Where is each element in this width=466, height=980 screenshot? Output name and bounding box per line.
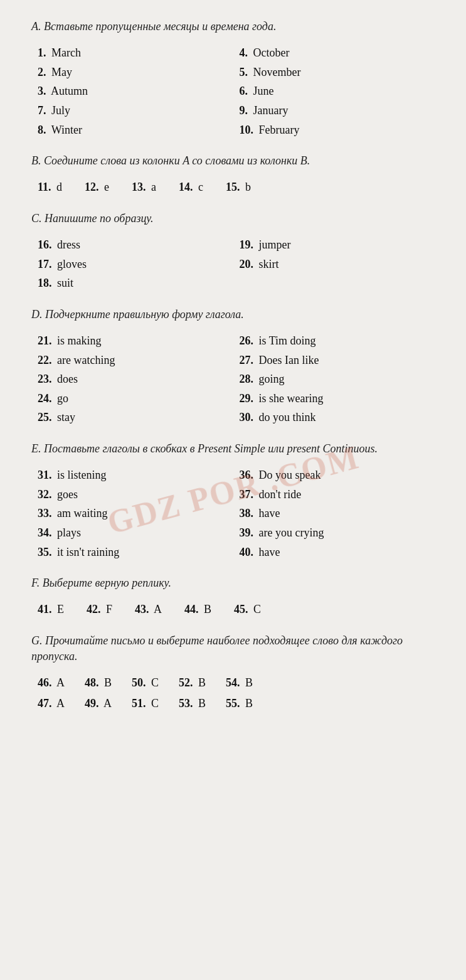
list-item: 27. Does Ian like [240,351,442,370]
section-f: F. Выберите верную реплику. 41. E 42. F … [31,575,441,619]
list-item: 22. are watching [38,351,240,370]
section-g-row2: 47. A 49. A 51. C 53. B 55. B [38,694,441,713]
list-item: 42. F [87,600,112,619]
list-item: 43. A [135,600,162,619]
section-g-row1: 46. A 48. B 50. C 52. B 54. B [38,673,441,693]
section-b-title: B. Соедините слова из колонки A со слова… [31,153,441,169]
list-item: 46. A [38,673,65,693]
list-item: 9. January [240,101,442,120]
list-item: 45. C [234,600,261,619]
list-item: 5. November [240,63,442,82]
section-e-right: 36. Do you speak 37. don't ride 38. have… [240,466,442,562]
list-item: 41. E [38,600,64,619]
section-a-right: 4. October 5. November 6. June 9. Januar… [240,43,442,139]
section-d-items: 21. is making 22. are watching 23. does … [31,331,441,427]
list-item: 35. it isn't raining [38,543,240,562]
list-item: 11. d [38,178,62,197]
list-item: 13. a [132,178,156,197]
list-item: 17. gloves [38,255,240,274]
section-c-title: C. Напишите по образцу. [31,211,441,226]
list-item: 29. is she wearing [240,389,442,408]
list-item: 7. July [38,101,240,120]
section-a: A. Вставьте пропущенные месяцы и времена… [31,19,441,139]
list-item: 12. e [85,178,109,197]
list-item: 10. February [240,120,442,140]
list-item: 20. skirt [240,255,442,274]
list-item: 40. have [240,543,442,562]
list-item: 18. suit [38,274,240,293]
section-b-items: 11. d 12. e 13. a 14. c 15. b [31,178,441,197]
list-item: 19. jumper [240,235,442,255]
list-item: 53. B [179,694,206,713]
list-item: 55. B [226,694,253,713]
list-item: 32. goes [38,485,240,504]
list-item: 50. C [132,673,159,693]
section-e-items: 31. is listening 32. goes 33. am waiting… [31,466,441,562]
section-d-left: 21. is making 22. are watching 23. does … [38,331,240,427]
list-item: 14. c [179,178,203,197]
section-e-title: E. Поставьте глаголы в скобках в Present… [31,441,441,457]
section-a-items: 1. March 2. May 3. Autumn 7. July 8. Win… [31,43,441,139]
list-item: 38. have [240,504,442,523]
list-item: 4. October [240,43,442,63]
list-item: 34. plays [38,523,240,543]
list-item: 15. b [226,178,251,197]
list-item: 21. is making [38,331,240,351]
section-g-items: 46. A 48. B 50. C 52. B 54. B 47. A 49. … [31,673,441,713]
section-b: B. Соедините слова из колонки A со слова… [31,153,441,197]
list-item: 44. B [184,600,211,619]
list-item: 39. are you crying [240,523,442,543]
list-item: 3. Autumn [38,82,240,101]
list-item: 33. am waiting [38,504,240,523]
list-item: 49. A [85,694,112,713]
list-item: 36. Do you speak [240,466,442,485]
section-c: C. Напишите по образцу. 16. dress 17. gl… [31,211,441,293]
list-item: 51. C [132,694,159,713]
section-e: E. Поставьте глаголы в скобках в Present… [31,441,441,562]
section-a-title: A. Вставьте пропущенные месяцы и времена… [31,19,441,35]
list-item: 25. stay [38,408,240,427]
section-c-right: 19. jumper 20. skirt [240,235,442,293]
section-c-left: 16. dress 17. gloves 18. suit [38,235,240,293]
list-item: 52. B [179,673,206,693]
list-item: 2. May [38,63,240,82]
section-c-items: 16. dress 17. gloves 18. suit 19. jumper… [31,235,441,293]
list-item: 24. go [38,389,240,408]
list-item: 23. does [38,370,240,389]
list-item: 37. don't ride [240,485,442,504]
section-d-title: D. Подчеркните правильную форму глагола. [31,307,441,322]
section-f-title: F. Выберите верную реплику. [31,575,441,591]
section-g: G. Прочитайте письмо и выберите наиболее… [31,633,441,713]
list-item: 8. Winter [38,120,240,140]
list-item: 1. March [38,43,240,63]
section-d-right: 26. is Tim doing 27. Does Ian like 28. g… [240,331,442,427]
section-a-left: 1. March 2. May 3. Autumn 7. July 8. Win… [38,43,240,139]
list-item: 16. dress [38,235,240,255]
list-item: 47. A [38,694,65,713]
list-item: 30. do you think [240,408,442,427]
section-d: D. Подчеркните правильную форму глагола.… [31,307,441,427]
section-g-title: G. Прочитайте письмо и выберите наиболее… [31,633,441,664]
list-item: 31. is listening [38,466,240,485]
list-item: 48. B [85,673,112,693]
list-item: 26. is Tim doing [240,331,442,351]
list-item: 28. going [240,370,442,389]
list-item: 6. June [240,82,442,101]
section-e-left: 31. is listening 32. goes 33. am waiting… [38,466,240,562]
section-f-items: 41. E 42. F 43. A 44. B 45. C [31,600,441,619]
list-item: 54. B [226,673,253,693]
